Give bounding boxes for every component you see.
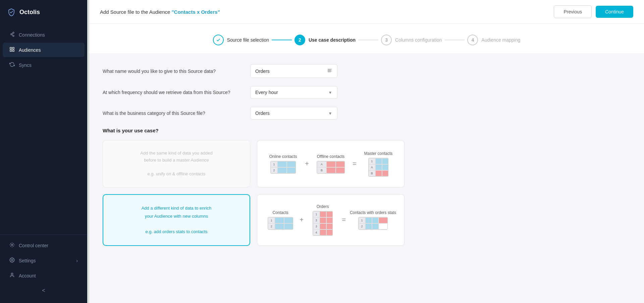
res-r2c1: 2 [359,223,365,229]
use-case-card-orders-enrich[interactable]: Contacts 1 2 + Orders [257,194,405,246]
svg-point-8 [11,259,13,261]
category-select[interactable]: Orders ▾ [250,107,337,120]
card-2-master: Master contacts 1 A B [361,151,396,177]
name-input-wrapper[interactable] [250,64,337,78]
page-title: Add Source file to the Audience "Contact… [100,9,220,15]
step-4-number: 4 [471,37,474,43]
sidebar-item-settings[interactable]: Settings › [3,253,85,268]
offline-contacts-table: A B [317,161,345,174]
sidebar-item-connections[interactable]: Connections [3,28,85,42]
text-input-icon [327,68,332,74]
res-r2c2 [365,223,372,229]
step-2-circle: 2 [294,35,305,45]
cell-r2c1: 2 [271,167,277,173]
frequency-label: At which frequency should we retrieve da… [103,90,237,95]
card-2-offline: Offline contacts A B [313,154,348,174]
step-3-label: Columns configuration [395,37,442,43]
connector-2-3 [358,40,378,40]
cell-r1c3 [287,161,296,167]
sidebar: Octolis Connections Audiences [0,0,87,303]
name-label: What name would you like to give to this… [103,69,237,74]
res-r2c3 [372,223,379,229]
syncs-label: Syncs [19,62,32,68]
m-r3c2 [375,170,382,176]
step-1-circle [213,35,224,45]
topbar: Add Source file to the Audience "Contact… [89,0,644,24]
previous-button[interactable]: Previous [554,5,591,18]
off-r1c3 [336,161,345,167]
c2-r1c2 [275,217,284,223]
off-r2c2 [326,167,336,173]
topbar-actions: Previous Continue [554,5,633,18]
res-r1c2 [365,217,372,223]
o-r4c2 [320,229,326,235]
card-2-master-label: Master contacts [364,151,393,156]
o-r4c3 [326,229,333,235]
cell-r1c1: 1 [271,161,277,167]
category-value: Orders [255,111,270,116]
c2-r2c2 [275,223,284,229]
name-row: What name would you like to give to this… [103,64,445,78]
m-r3c1: B [369,170,375,176]
m-r2c2 [375,164,382,170]
o-r3c1: 3 [313,223,320,229]
category-row: What is the business category of this So… [103,107,445,120]
off-r2c3 [336,167,345,173]
m-r2c1: A [369,164,375,170]
step-2-number: 2 [299,37,301,43]
sidebar-item-account[interactable]: Account [3,268,85,283]
o-r2c2 [320,217,326,223]
use-case-grid: Add the same kind of data you added befo… [103,140,405,246]
step-4-label: Audience mapping [481,37,520,43]
name-input[interactable] [255,69,327,74]
svg-rect-5 [10,50,12,51]
settings-label: Settings [19,258,36,263]
svg-rect-6 [12,50,14,51]
settings-arrow: › [76,258,78,263]
res-r1c3 [372,217,379,223]
c2-r2c3 [284,223,293,229]
audiences-icon [9,47,15,53]
chevron-down-icon: ▾ [328,90,332,95]
o-r1c1: 1 [313,211,320,217]
step-1-label: Source file selection [227,37,269,43]
step-2-label: Use case description [309,37,356,43]
card-2-offline-label: Offline contacts [317,154,345,159]
svg-rect-4 [12,47,14,49]
title-prefix: Add Source file to the Audience [100,9,171,15]
logo-icon [7,7,16,17]
collapse-button[interactable]: < [0,284,87,298]
steps-container: Source file selection 2 Use case descrip… [89,24,644,53]
form-content: What name would you like to give to this… [89,53,458,257]
use-case-card-enrich-selected[interactable]: Add a different kind of data to enrich y… [103,194,250,246]
card-4-op2: = [342,216,346,224]
app-name: Octolis [19,9,40,16]
off-r1c2 [326,161,336,167]
sidebar-item-syncs[interactable]: Syncs [3,58,85,72]
step-columns: 3 Columns configuration [381,35,442,45]
step-4-circle: 4 [467,35,478,45]
account-icon [9,272,15,279]
card-2-diagram: Online contacts 1 2 + Offline [265,151,396,177]
svg-point-9 [11,273,13,275]
app-logo[interactable]: Octolis [0,0,87,24]
sidebar-item-control-center[interactable]: Control center [3,238,85,253]
card-1-text: Add the same kind of data you added befo… [140,150,212,178]
frequency-value: Every hour [255,90,278,95]
continue-button[interactable]: Continue [596,6,633,18]
m-r1c2 [375,158,382,164]
m-r1c1: 1 [369,158,375,164]
step-3-circle: 3 [381,35,392,45]
contacts-table-2: 1 2 [268,217,293,230]
connector-3-4 [444,40,465,40]
sidebar-bottom: Control center Settings › Account < [0,234,87,303]
card-4-result-label: Contacts with orders stats [350,210,396,215]
use-case-card-master[interactable]: Add the same kind of data you added befo… [103,140,250,187]
o-r3c3 [326,223,333,229]
title-highlight: "Contacts x Orders" [171,9,220,15]
frequency-select[interactable]: Every hour ▾ [250,86,337,99]
o-r2c1: 3 [313,217,320,223]
online-contacts-table: 1 2 [270,161,296,174]
sidebar-item-audiences[interactable]: Audiences [3,43,85,57]
use-case-card-enrich[interactable]: Online contacts 1 2 + Offline [257,140,405,187]
